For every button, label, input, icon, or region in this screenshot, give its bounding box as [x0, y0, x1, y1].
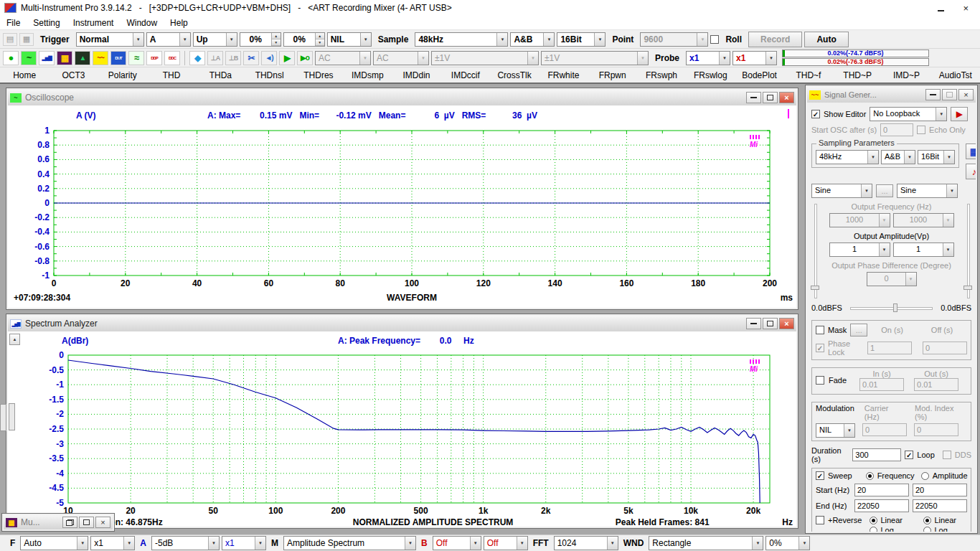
roll-checkbox[interactable]	[710, 35, 719, 44]
oscilloscope-close-button[interactable]: ×	[779, 92, 794, 103]
signal-generator-title-bar[interactable]: ~~ Signal Gener... ×	[807, 87, 976, 103]
oscilloscope-minimize-button[interactable]	[746, 92, 761, 103]
tab-bodeplot[interactable]: BodePlot	[735, 70, 783, 80]
tab-frpwn[interactable]: FRpwn	[588, 70, 637, 80]
marker-b-icon[interactable]: ⊥B	[225, 51, 241, 65]
marker-a-icon[interactable]: ⊥A	[207, 51, 223, 65]
sound-output-icon[interactable]: ◄)	[261, 51, 277, 65]
menu-help[interactable]: Help	[164, 16, 194, 29]
spectrum-3d-plot-icon[interactable]: ▲	[75, 51, 90, 65]
input-device-icon[interactable]: ◆	[189, 51, 205, 65]
tab-home[interactable]: Home	[0, 70, 49, 80]
menu-window[interactable]: Window	[120, 16, 164, 29]
spectrum-vertical-scroll-thumb[interactable]	[9, 403, 15, 430]
run-oscilloscope-icon[interactable]: ▶	[279, 51, 295, 65]
siggen-sample-rate-select[interactable]: 48kHz▼	[816, 150, 879, 164]
tab-thdnsl[interactable]: THDnsl	[245, 70, 293, 80]
probe-b-select[interactable]: x1▼	[732, 51, 777, 65]
open-panel-icon[interactable]: ▤	[3, 33, 17, 46]
tab-imdccif[interactable]: IMDccif	[441, 70, 490, 80]
fade-checkbox[interactable]	[816, 376, 824, 385]
sweep-amplitude-radio[interactable]	[921, 472, 929, 480]
loop-checkbox[interactable]: ✓	[905, 451, 913, 459]
run-generator-icon[interactable]: ▶o	[297, 51, 313, 65]
scale-b-log-radio[interactable]	[923, 527, 931, 532]
tab-frswph[interactable]: FRswph	[637, 70, 686, 80]
oscilloscope-title-bar[interactable]: ~ Oscilloscope ×	[8, 90, 796, 105]
multimeter-close-button[interactable]: ×	[95, 517, 110, 528]
siggen-channels-select[interactable]: A&B▼	[881, 150, 915, 164]
sweep-checkbox[interactable]: ✓	[816, 471, 824, 480]
siggen-close-button[interactable]: ×	[958, 89, 974, 100]
fft-size-select[interactable]: 1024▼	[554, 536, 618, 550]
mask-checkbox[interactable]	[816, 326, 824, 334]
tab-thd[interactable]: THD	[147, 70, 196, 80]
probe-a-select[interactable]: x1▼	[686, 51, 730, 65]
overlap-select[interactable]: 0%▼	[765, 536, 810, 550]
generator-run-button[interactable]: ▶	[951, 107, 968, 121]
tab-frwhite[interactable]: FRwhite	[539, 70, 588, 80]
balance-slider[interactable]	[849, 303, 934, 313]
spectrum-restore-button[interactable]	[763, 318, 778, 329]
save-signal-icon[interactable]: ▦	[966, 143, 976, 159]
device-test-plan-icon[interactable]: DUT	[110, 51, 126, 65]
waveform-a-select[interactable]: Sine▼	[811, 184, 872, 198]
sweep-end-a-input[interactable]: 22050	[854, 499, 909, 512]
window-function-select[interactable]: Rectangle▼	[649, 536, 763, 550]
derived-data-curve-icon[interactable]: ≈	[128, 51, 144, 65]
trigger-hpf-select[interactable]: NIL▼	[327, 32, 372, 47]
tab-thdres[interactable]: THDres	[294, 70, 343, 80]
save-panel-icon[interactable]: ▦	[19, 33, 34, 46]
menu-instrument[interactable]: Instrument	[67, 16, 121, 29]
sweep-end-b-input[interactable]: 22050	[913, 499, 967, 512]
sweep-start-b-input[interactable]: 20	[913, 484, 967, 496]
spectrum-close-button[interactable]: ×	[779, 318, 794, 329]
scale-a-log-radio[interactable]	[870, 527, 877, 532]
scale-a-linear-radio[interactable]	[870, 517, 877, 524]
trigger-level-spinner[interactable]: 0%▲▼	[240, 32, 281, 47]
siggen-minimize-button[interactable]	[925, 89, 941, 100]
multimeter-restore-button[interactable]	[62, 517, 77, 528]
frequency-mult-select[interactable]: x1▼	[90, 536, 135, 550]
amplitude-slider-b[interactable]	[963, 202, 973, 300]
app-close-button[interactable]: ×	[963, 3, 969, 14]
menu-file[interactable]: File	[0, 16, 27, 29]
spectrum-minimize-button[interactable]	[746, 318, 761, 329]
tab-polarity[interactable]: Polarity	[98, 70, 147, 80]
multimeter-maximize-button[interactable]	[79, 517, 94, 528]
multimeter-minimized-window[interactable]: ▦ Mu... ×	[1, 513, 115, 532]
app-minimize-button[interactable]	[938, 3, 944, 14]
tab-imddin[interactable]: IMDdin	[392, 70, 440, 80]
waveform-b-select[interactable]: Sine▼	[897, 184, 958, 198]
scale-b-linear-radio[interactable]	[923, 517, 931, 524]
bits-select[interactable]: 16Bit▼	[557, 32, 606, 47]
sweep-start-a-input[interactable]: 20	[854, 484, 909, 496]
amplitude-a-select[interactable]: 1▼	[829, 242, 890, 257]
menu-setting[interactable]: Setting	[27, 16, 66, 29]
reverse-checkbox[interactable]	[816, 516, 824, 524]
tab-thd~f[interactable]: THD~f	[784, 70, 833, 80]
frequency-range-select[interactable]: Auto▼	[20, 536, 88, 550]
siggen-bits-select[interactable]: 16Bit▼	[918, 150, 955, 164]
amplitude-slider-a[interactable]	[810, 202, 820, 300]
show-editor-checkbox[interactable]: ✓	[811, 110, 820, 118]
b-mult-select[interactable]: Off▼	[484, 536, 528, 550]
sweep-frequency-radio[interactable]	[866, 472, 874, 480]
oscilloscope-restore-button[interactable]	[763, 92, 778, 103]
tab-thd~p[interactable]: THD~P	[833, 70, 882, 80]
trigger-mode-select[interactable]: Normal▼	[76, 32, 144, 47]
oscilloscope-icon[interactable]: ~	[21, 51, 37, 65]
tab-crosstlk[interactable]: CrossTlk	[490, 70, 539, 80]
trigger-delay-spinner[interactable]: 0%▲▼	[283, 32, 325, 47]
multimeter-icon[interactable]: ▦	[57, 51, 72, 65]
a-mult-select[interactable]: x1▼	[222, 536, 266, 550]
display-mode-select[interactable]: Amplitude Spectrum▼	[283, 536, 416, 550]
a-range-select[interactable]: -5dB▼	[151, 536, 220, 550]
run-indicator-icon[interactable]: ●	[3, 51, 19, 65]
tab-imd~p[interactable]: IMD~P	[882, 70, 930, 80]
spectrum-title-bar[interactable]: ▂▅▇ Spectrum Analyzer ×	[8, 316, 796, 331]
b-range-select[interactable]: Off▼	[433, 536, 481, 550]
tab-imdsmp[interactable]: IMDsmp	[343, 70, 392, 80]
tab-oct3[interactable]: OCT3	[49, 70, 98, 80]
duration-input[interactable]: 300	[852, 448, 901, 461]
